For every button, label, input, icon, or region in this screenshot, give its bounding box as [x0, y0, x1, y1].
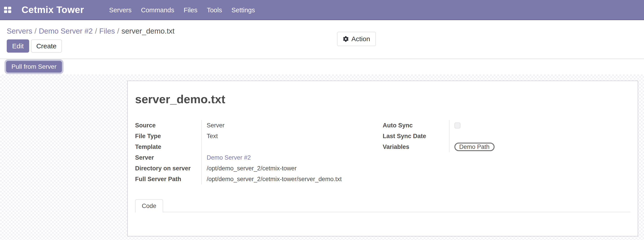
breadcrumb-link-files[interactable]: Files	[99, 27, 115, 35]
breadcrumb-separator: /	[32, 27, 39, 35]
field-label-directory: Directory on server	[135, 165, 201, 172]
apps-grid-square	[8, 7, 11, 9]
form-sheet: server_demo.txt Source Server File Type …	[127, 81, 638, 237]
statusbar: Pull from Server	[0, 59, 644, 74]
breadcrumb-link-demo-server-2[interactable]: Demo Server #2	[39, 27, 93, 35]
field-label-template: Template	[135, 143, 201, 150]
control-panel: Servers/Demo Server #2/Files/server_demo…	[0, 20, 644, 59]
field-column-right: Auto Sync Last Sync Date Variables Demo …	[383, 120, 630, 184]
page-title: server_demo.txt	[135, 93, 630, 106]
action-button[interactable]: Action	[337, 32, 376, 46]
field-value-template	[201, 141, 383, 152]
form-background: server_demo.txt Source Server File Type …	[0, 74, 644, 240]
field-row-last-sync-date: Last Sync Date	[383, 131, 630, 141]
field-label-source: Source	[135, 122, 201, 129]
field-group: Source Server File Type Text Template Se…	[135, 120, 630, 184]
breadcrumb-current: server_demo.txt	[122, 27, 174, 35]
gear-icon	[343, 36, 349, 42]
tab-content-code	[135, 212, 630, 237]
field-label-full-path: Full Server Path	[135, 176, 201, 182]
main-menu: Servers Commands Files Tools Settings	[109, 0, 255, 19]
field-row-file-type: File Type Text	[135, 131, 383, 141]
auto-sync-checkbox[interactable]	[454, 122, 460, 128]
field-value-source: Server	[201, 120, 383, 131]
breadcrumb: Servers/Demo Server #2/Files/server_demo…	[7, 27, 644, 35]
apps-grid-square	[4, 10, 7, 13]
field-value-variables: Demo Path	[449, 141, 630, 152]
field-row-server: Server Demo Server #2	[135, 152, 383, 163]
tab-bar: Code	[135, 199, 630, 212]
field-column-left: Source Server File Type Text Template Se…	[135, 120, 383, 184]
field-row-directory: Directory on server /opt/demo_server_2/c…	[135, 163, 383, 174]
field-label-server: Server	[135, 154, 201, 161]
field-row-full-path: Full Server Path /opt/demo_server_2/cetm…	[135, 174, 383, 184]
breadcrumb-link-servers[interactable]: Servers	[7, 27, 32, 35]
top-navbar: Cetmix Tower Servers Commands Files Tool…	[0, 0, 644, 20]
action-button-label: Action	[352, 35, 370, 43]
menu-item-servers[interactable]: Servers	[109, 0, 132, 19]
app-brand[interactable]: Cetmix Tower	[22, 4, 84, 15]
field-value-file-type: Text	[201, 131, 383, 141]
field-row-variables: Variables Demo Path	[383, 141, 630, 152]
control-panel-buttons: Edit Create	[7, 39, 644, 53]
apps-grid-icon[interactable]	[4, 7, 11, 13]
menu-item-commands[interactable]: Commands	[141, 0, 174, 19]
menu-item-files[interactable]: Files	[184, 0, 198, 19]
breadcrumb-separator: /	[115, 27, 122, 35]
create-button[interactable]: Create	[31, 39, 62, 53]
server-link[interactable]: Demo Server #2	[207, 154, 251, 161]
field-label-variables: Variables	[383, 143, 449, 150]
pull-from-server-button[interactable]: Pull from Server	[6, 61, 62, 73]
field-row-source: Source Server	[135, 120, 383, 131]
field-row-template: Template	[135, 141, 383, 152]
field-row-auto-sync: Auto Sync	[383, 120, 630, 131]
variable-tag-demo-path: Demo Path	[454, 143, 494, 151]
field-value-directory: /opt/demo_server_2/cetmix-tower	[201, 163, 383, 174]
field-label-last-sync-date: Last Sync Date	[383, 133, 449, 139]
field-value-full-path: /opt/demo_server_2/cetmix-tower/server_d…	[201, 174, 383, 184]
breadcrumb-separator: /	[93, 27, 99, 35]
field-value-last-sync-date	[449, 131, 630, 141]
field-label-auto-sync: Auto Sync	[383, 122, 449, 129]
tab-code[interactable]: Code	[135, 199, 163, 213]
notebook: Code	[135, 199, 630, 237]
edit-button[interactable]: Edit	[7, 39, 29, 53]
menu-item-tools[interactable]: Tools	[207, 0, 222, 19]
field-value-auto-sync	[449, 120, 630, 131]
field-label-file-type: File Type	[135, 133, 201, 139]
apps-grid-square	[4, 7, 7, 9]
apps-grid-square	[8, 10, 11, 13]
field-value-server: Demo Server #2	[201, 152, 383, 163]
menu-item-settings[interactable]: Settings	[231, 0, 255, 19]
